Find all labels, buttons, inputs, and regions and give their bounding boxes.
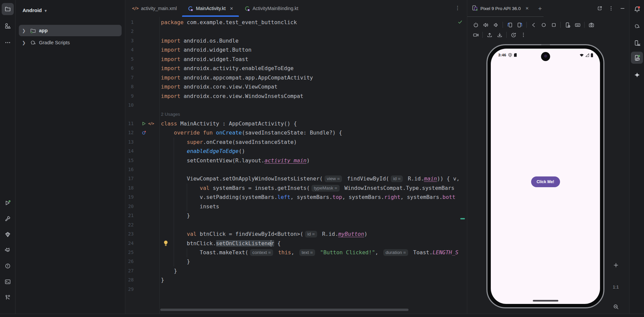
- code-line[interactable]: 18 val systemBars = insets.getInsets(typ…: [126, 183, 467, 193]
- tool-strip-button-device-manager[interactable]: [631, 37, 643, 49]
- code-line[interactable]: 12 override fun onCreate(savedInstanceSt…: [126, 128, 467, 137]
- usages-hint[interactable]: 2 Usages: [161, 110, 466, 119]
- project-view-selector[interactable]: Android ▼: [23, 7, 47, 13]
- change-marker[interactable]: [460, 218, 465, 219]
- line-number[interactable]: 16: [126, 165, 134, 174]
- line-number[interactable]: 6: [126, 64, 134, 73]
- screen-record-icon[interactable]: [471, 31, 481, 39]
- code-line[interactable]: 1package com.example.test_event_buttoncl…: [126, 18, 467, 27]
- power-icon[interactable]: [471, 20, 481, 29]
- code-line[interactable]: 25 Toast.makeText(context = this, text =…: [126, 248, 467, 257]
- tool-strip-button-running-devices[interactable]: [631, 52, 643, 64]
- code-inlay-row[interactable]: 2 Usages: [126, 110, 467, 119]
- tool-strip-button-gemini[interactable]: [631, 69, 643, 81]
- line-number[interactable]: 4: [126, 45, 134, 54]
- line-number[interactable]: 22: [126, 220, 134, 229]
- rotate-right-icon[interactable]: [515, 20, 525, 29]
- line-number[interactable]: 7: [126, 73, 134, 82]
- code-line[interactable]: 28}: [126, 275, 467, 284]
- volume-up-icon[interactable]: [481, 20, 491, 29]
- gesture-navigation-pill[interactable]: [533, 300, 558, 302]
- line-number[interactable]: 28: [126, 275, 134, 284]
- line-number[interactable]: 10: [126, 101, 134, 110]
- tool-strip-button-version-control[interactable]: [2, 292, 14, 304]
- line-number[interactable]: 8: [126, 82, 134, 91]
- close-icon[interactable]: ✕: [525, 6, 529, 11]
- kebab-icon[interactable]: [518, 31, 528, 39]
- zoom-out-button[interactable]: [612, 303, 620, 311]
- line-number[interactable]: 18: [126, 183, 134, 193]
- tool-strip-button-terminal[interactable]: [2, 276, 14, 288]
- home-icon[interactable]: [539, 20, 549, 29]
- phone-screen[interactable]: 3:46 Click Me!: [491, 49, 600, 304]
- code-line[interactable]: 16: [126, 165, 467, 174]
- tool-strip-button-resource-manager[interactable]: [2, 20, 14, 32]
- tool-strip-button-build[interactable]: [2, 213, 14, 225]
- line-number[interactable]: 24: [126, 239, 134, 248]
- jump-to-xml-icon[interactable]: </>: [148, 121, 154, 126]
- tool-strip-button-app-quality-insights[interactable]: [2, 228, 14, 241]
- upload-icon[interactable]: [484, 31, 495, 39]
- code-line[interactable]: 15 setContentView(R.layout.activity_main…: [126, 156, 467, 165]
- tool-strip-button-problems[interactable]: [2, 260, 14, 272]
- line-number[interactable]: 5: [126, 55, 134, 64]
- code-line[interactable]: 5import android.widget.Toast: [126, 55, 467, 64]
- editor-tab-activity_main-xml[interactable]: </>activity_main.xml: [127, 0, 182, 17]
- line-number[interactable]: 15: [126, 156, 134, 165]
- code-line[interactable]: 26 }: [126, 257, 467, 266]
- minimize-icon[interactable]: [620, 6, 625, 11]
- overview-icon[interactable]: [549, 20, 559, 29]
- code-line[interactable]: 29: [126, 285, 467, 294]
- line-number[interactable]: 17: [126, 174, 134, 183]
- code-line[interactable]: 24 btnClick.setOnClickListener {: [126, 239, 467, 248]
- line-number[interactable]: 26: [126, 257, 134, 266]
- code-line[interactable]: 27 }: [126, 266, 467, 275]
- line-number[interactable]: 14: [126, 147, 134, 156]
- project-tree-item-app[interactable]: ❯app: [19, 25, 122, 36]
- back-icon[interactable]: [528, 20, 539, 29]
- line-number[interactable]: 2: [126, 27, 134, 36]
- line-number[interactable]: 3: [126, 36, 134, 45]
- code-line[interactable]: 23 val btnClick = findViewById<Button>(i…: [126, 229, 467, 239]
- run-triangle-icon[interactable]: [142, 121, 146, 126]
- line-number[interactable]: 11: [126, 119, 134, 128]
- device-settings-icon[interactable]: [562, 20, 572, 29]
- chevron-right-icon[interactable]: ❯: [19, 40, 29, 45]
- device-tab-label[interactable]: Pixel 9 Pro API 36.0: [480, 6, 521, 11]
- open-in-window-icon[interactable]: [597, 6, 602, 11]
- code-line[interactable]: 4import android.widget.Button: [126, 45, 467, 54]
- code-line[interactable]: 3import android.os.Bundle: [126, 36, 467, 45]
- code-line[interactable]: 17 ViewCompat.setOnApplyWindowInsetsList…: [126, 174, 467, 183]
- line-number[interactable]: 19: [126, 193, 134, 202]
- editor-tab-mainactivity-kt[interactable]: KMainActivity.kt✕: [182, 0, 239, 17]
- override-icon[interactable]: [142, 130, 146, 135]
- code-line[interactable]: 22: [126, 220, 467, 229]
- line-number[interactable]: 25: [126, 248, 134, 257]
- reset-icon[interactable]: [508, 31, 518, 39]
- code-line[interactable]: 2: [126, 27, 467, 36]
- tool-strip-button-studio-bot[interactable]: [2, 244, 14, 256]
- line-number[interactable]: 23: [126, 229, 134, 239]
- download-icon[interactable]: [495, 31, 505, 39]
- volume-down-icon[interactable]: [491, 20, 501, 29]
- editor-tab-activitymainbinding-kt[interactable]: KActivityMainBinding.kt: [239, 0, 304, 17]
- tool-strip-button-more-tool-windows[interactable]: [2, 37, 14, 49]
- code-line[interactable]: 7import androidx.appcompat.app.AppCompat…: [126, 73, 467, 82]
- line-number[interactable]: 13: [126, 138, 134, 147]
- code-line[interactable]: 20 insets: [126, 202, 467, 211]
- code-line[interactable]: 11</>class MainActivity : AppCompatActiv…: [126, 119, 467, 128]
- code-line[interactable]: 21 }: [126, 211, 467, 220]
- kebab-icon[interactable]: [608, 6, 614, 11]
- tool-strip-button-notifications[interactable]: [631, 3, 643, 15]
- zoom-in-button[interactable]: [612, 261, 620, 269]
- click-me-button[interactable]: Click Me!: [531, 176, 560, 187]
- keyboard-icon[interactable]: [572, 20, 583, 29]
- horizontal-scrollbar[interactable]: [160, 309, 409, 311]
- project-tree-item-gradle-scripts[interactable]: ❯Gradle Scripts: [19, 37, 122, 48]
- add-device-tab-icon[interactable]: ＋: [537, 4, 543, 12]
- code-line[interactable]: 9import androidx.core.view.WindowInsetsC…: [126, 92, 467, 101]
- code-line[interactable]: 13 super.onCreate(savedInstanceState): [126, 138, 467, 147]
- code-line[interactable]: 8import androidx.core.view.ViewCompat: [126, 82, 467, 91]
- code-line[interactable]: 14 enableEdgeToEdge(): [126, 147, 467, 156]
- code-line[interactable]: 19 v.setPadding(systemBars.left, systemB…: [126, 193, 467, 202]
